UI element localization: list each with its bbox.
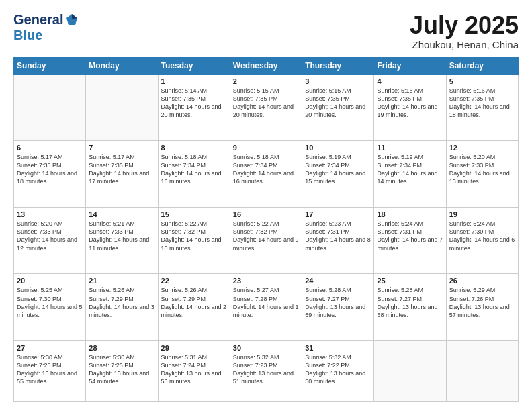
day-info: Sunrise: 5:17 AM Sunset: 7:35 PM Dayligh… xyxy=(17,153,83,186)
weekday-header-saturday: Saturday xyxy=(446,57,518,74)
day-number: 19 xyxy=(449,210,515,218)
day-number: 14 xyxy=(89,210,154,218)
calendar-cell: 3Sunrise: 5:15 AM Sunset: 7:35 PM Daylig… xyxy=(302,74,374,140)
day-number: 1 xyxy=(161,77,227,85)
calendar-cell: 4Sunrise: 5:16 AM Sunset: 7:35 PM Daylig… xyxy=(374,74,446,140)
day-info: Sunrise: 5:32 AM Sunset: 7:22 PM Dayligh… xyxy=(305,353,371,386)
day-number: 3 xyxy=(305,77,371,85)
calendar-cell xyxy=(374,340,446,401)
calendar-cell xyxy=(446,340,518,401)
day-number: 21 xyxy=(89,277,154,285)
day-info: Sunrise: 5:22 AM Sunset: 7:32 PM Dayligh… xyxy=(233,220,299,253)
day-info: Sunrise: 5:31 AM Sunset: 7:24 PM Dayligh… xyxy=(161,353,227,386)
calendar-cell: 19Sunrise: 5:24 AM Sunset: 7:30 PM Dayli… xyxy=(446,208,518,274)
day-number: 8 xyxy=(161,144,227,152)
weekday-header-sunday: Sunday xyxy=(14,57,86,74)
calendar-cell: 14Sunrise: 5:21 AM Sunset: 7:33 PM Dayli… xyxy=(86,208,158,274)
day-number: 23 xyxy=(233,277,299,285)
day-info: Sunrise: 5:27 AM Sunset: 7:28 PM Dayligh… xyxy=(233,286,299,319)
day-number: 25 xyxy=(377,277,443,285)
calendar-cell: 24Sunrise: 5:28 AM Sunset: 7:27 PM Dayli… xyxy=(302,274,374,340)
day-number: 24 xyxy=(305,277,371,285)
calendar-cell: 29Sunrise: 5:31 AM Sunset: 7:24 PM Dayli… xyxy=(158,340,230,401)
day-info: Sunrise: 5:28 AM Sunset: 7:27 PM Dayligh… xyxy=(377,286,443,319)
weekday-header-thursday: Thursday xyxy=(302,57,374,74)
day-info: Sunrise: 5:32 AM Sunset: 7:23 PM Dayligh… xyxy=(233,353,299,386)
day-info: Sunrise: 5:30 AM Sunset: 7:25 PM Dayligh… xyxy=(17,353,83,386)
calendar-cell: 31Sunrise: 5:32 AM Sunset: 7:22 PM Dayli… xyxy=(302,340,374,401)
calendar-cell xyxy=(14,74,86,140)
logo-blue-text: Blue xyxy=(13,28,42,42)
calendar-week-row: 6Sunrise: 5:17 AM Sunset: 7:35 PM Daylig… xyxy=(14,140,519,207)
logo-general-text: General xyxy=(13,12,63,28)
calendar-week-row: 20Sunrise: 5:25 AM Sunset: 7:30 PM Dayli… xyxy=(14,274,519,340)
calendar-cell: 1Sunrise: 5:14 AM Sunset: 7:35 PM Daylig… xyxy=(158,74,230,140)
calendar-cell: 25Sunrise: 5:28 AM Sunset: 7:27 PM Dayli… xyxy=(374,274,446,340)
calendar-cell: 10Sunrise: 5:19 AM Sunset: 7:34 PM Dayli… xyxy=(302,140,374,207)
calendar-cell: 2Sunrise: 5:15 AM Sunset: 7:35 PM Daylig… xyxy=(230,74,302,140)
calendar-cell xyxy=(86,74,158,140)
day-number: 28 xyxy=(89,344,154,352)
day-info: Sunrise: 5:19 AM Sunset: 7:34 PM Dayligh… xyxy=(305,153,371,186)
calendar-cell: 9Sunrise: 5:18 AM Sunset: 7:34 PM Daylig… xyxy=(230,140,302,207)
calendar-cell: 6Sunrise: 5:17 AM Sunset: 7:35 PM Daylig… xyxy=(14,140,86,207)
day-info: Sunrise: 5:15 AM Sunset: 7:35 PM Dayligh… xyxy=(233,87,299,120)
day-info: Sunrise: 5:20 AM Sunset: 7:33 PM Dayligh… xyxy=(449,153,515,186)
day-info: Sunrise: 5:17 AM Sunset: 7:35 PM Dayligh… xyxy=(89,153,154,186)
header: General Blue July 2025 Zhoukou, Henan, C… xyxy=(13,12,519,50)
calendar-cell: 30Sunrise: 5:32 AM Sunset: 7:23 PM Dayli… xyxy=(230,340,302,401)
calendar-cell: 20Sunrise: 5:25 AM Sunset: 7:30 PM Dayli… xyxy=(14,274,86,340)
day-info: Sunrise: 5:18 AM Sunset: 7:34 PM Dayligh… xyxy=(233,153,299,186)
calendar-cell: 7Sunrise: 5:17 AM Sunset: 7:35 PM Daylig… xyxy=(86,140,158,207)
day-info: Sunrise: 5:22 AM Sunset: 7:32 PM Dayligh… xyxy=(161,220,227,253)
logo: General Blue xyxy=(13,12,79,43)
day-info: Sunrise: 5:29 AM Sunset: 7:26 PM Dayligh… xyxy=(449,286,515,319)
page: General Blue July 2025 Zhoukou, Henan, C… xyxy=(0,0,532,411)
day-info: Sunrise: 5:16 AM Sunset: 7:35 PM Dayligh… xyxy=(449,87,515,120)
day-number: 20 xyxy=(17,277,83,285)
weekday-header-tuesday: Tuesday xyxy=(158,57,230,74)
day-info: Sunrise: 5:24 AM Sunset: 7:30 PM Dayligh… xyxy=(449,220,515,253)
day-number: 15 xyxy=(161,210,227,218)
day-number: 9 xyxy=(233,144,299,152)
day-number: 26 xyxy=(449,277,515,285)
day-info: Sunrise: 5:16 AM Sunset: 7:35 PM Dayligh… xyxy=(377,87,443,120)
location-text: Zhoukou, Henan, China xyxy=(410,39,519,50)
day-info: Sunrise: 5:21 AM Sunset: 7:33 PM Dayligh… xyxy=(89,220,154,253)
weekday-header-monday: Monday xyxy=(86,57,158,74)
day-info: Sunrise: 5:19 AM Sunset: 7:34 PM Dayligh… xyxy=(377,153,443,186)
weekday-header-friday: Friday xyxy=(374,57,446,74)
weekday-header-wednesday: Wednesday xyxy=(230,57,302,74)
day-number: 2 xyxy=(233,77,299,85)
calendar-cell: 15Sunrise: 5:22 AM Sunset: 7:32 PM Dayli… xyxy=(158,208,230,274)
calendar-week-row: 27Sunrise: 5:30 AM Sunset: 7:25 PM Dayli… xyxy=(14,340,519,401)
day-info: Sunrise: 5:28 AM Sunset: 7:27 PM Dayligh… xyxy=(305,286,371,319)
day-number: 31 xyxy=(305,344,371,352)
day-number: 4 xyxy=(377,77,443,85)
calendar-cell: 21Sunrise: 5:26 AM Sunset: 7:29 PM Dayli… xyxy=(86,274,158,340)
calendar-week-row: 1Sunrise: 5:14 AM Sunset: 7:35 PM Daylig… xyxy=(14,74,519,140)
day-number: 10 xyxy=(305,144,371,152)
calendar-cell: 8Sunrise: 5:18 AM Sunset: 7:34 PM Daylig… xyxy=(158,140,230,207)
calendar-cell: 5Sunrise: 5:16 AM Sunset: 7:35 PM Daylig… xyxy=(446,74,518,140)
calendar-cell: 22Sunrise: 5:26 AM Sunset: 7:29 PM Dayli… xyxy=(158,274,230,340)
day-number: 29 xyxy=(161,344,227,352)
calendar-cell: 17Sunrise: 5:23 AM Sunset: 7:31 PM Dayli… xyxy=(302,208,374,274)
day-info: Sunrise: 5:25 AM Sunset: 7:30 PM Dayligh… xyxy=(17,286,83,319)
day-number: 30 xyxy=(233,344,299,352)
day-number: 5 xyxy=(449,77,515,85)
day-info: Sunrise: 5:24 AM Sunset: 7:31 PM Dayligh… xyxy=(377,220,443,253)
day-number: 22 xyxy=(161,277,227,285)
calendar-header-row: SundayMondayTuesdayWednesdayThursdayFrid… xyxy=(14,57,519,74)
day-number: 17 xyxy=(305,210,371,218)
day-number: 11 xyxy=(377,144,443,152)
calendar-cell: 16Sunrise: 5:22 AM Sunset: 7:32 PM Dayli… xyxy=(230,208,302,274)
calendar-cell: 27Sunrise: 5:30 AM Sunset: 7:25 PM Dayli… xyxy=(14,340,86,401)
calendar-cell: 12Sunrise: 5:20 AM Sunset: 7:33 PM Dayli… xyxy=(446,140,518,207)
day-number: 18 xyxy=(377,210,443,218)
title-block: July 2025 Zhoukou, Henan, China xyxy=(410,12,519,50)
day-info: Sunrise: 5:14 AM Sunset: 7:35 PM Dayligh… xyxy=(161,87,227,120)
day-info: Sunrise: 5:23 AM Sunset: 7:31 PM Dayligh… xyxy=(305,220,371,253)
day-number: 6 xyxy=(17,144,83,152)
day-number: 7 xyxy=(89,144,154,152)
